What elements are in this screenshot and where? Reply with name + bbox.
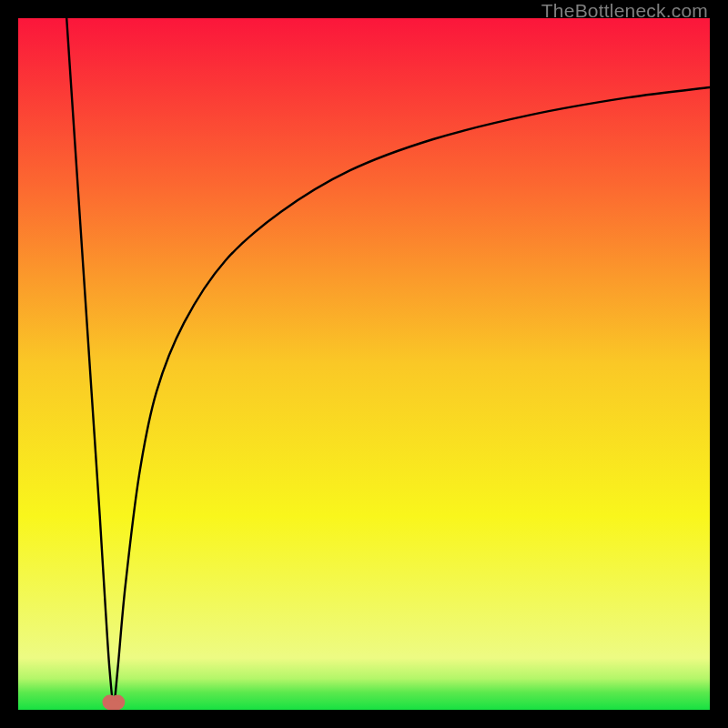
chart-frame	[18, 18, 710, 710]
optimal-point-marker	[102, 695, 125, 710]
chart-plot-area	[18, 18, 710, 710]
watermark-text: TheBottleneck.com	[541, 0, 708, 22]
gradient-background	[18, 18, 710, 710]
bottleneck-chart	[18, 18, 710, 710]
